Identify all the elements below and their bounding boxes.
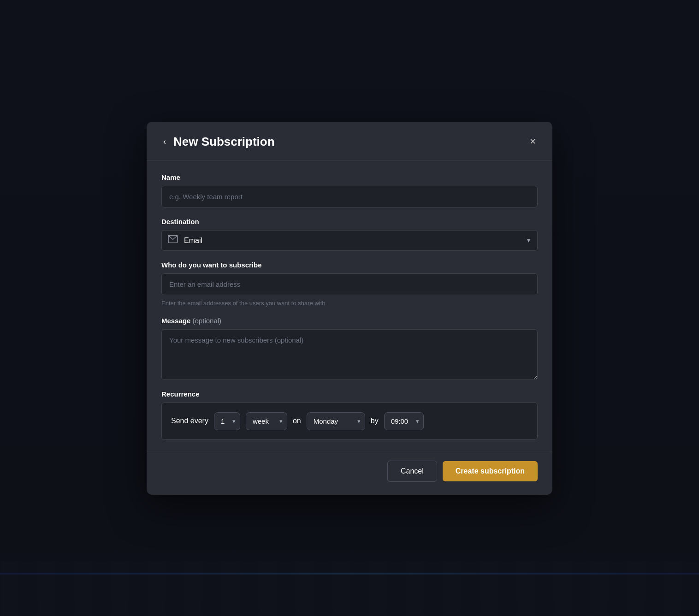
subscribe-label: Who do you want to subscribe [161,261,538,269]
name-label: Name [161,173,538,181]
modal-header: ‹ New Subscription × [147,122,552,160]
destination-select-wrapper: Email Slack Webhook ▾ [161,230,538,251]
by-label: by [371,417,379,425]
modal-footer: Cancel Create subscription [147,451,552,495]
time-select[interactable]: 06:00 07:00 08:00 09:00 10:00 11:00 12:0… [384,412,424,430]
recurrence-label: Recurrence [161,390,538,398]
message-field-group: Message (optional) [161,317,538,380]
destination-label: Destination [161,218,538,225]
time-select-group: 06:00 07:00 08:00 09:00 10:00 11:00 12:0… [384,412,424,430]
message-textarea[interactable] [161,329,538,380]
on-label: on [293,417,301,425]
subscribe-input[interactable] [161,273,538,295]
destination-select[interactable]: Email Slack Webhook [161,230,538,251]
message-optional-label: (optional) [193,317,222,325]
modal-title: New Subscription [173,135,528,149]
period-select[interactable]: day week month [246,412,287,430]
modal-body: Name Destination Email Slack [147,160,552,451]
cancel-button[interactable]: Cancel [387,461,437,482]
name-input[interactable] [161,186,538,207]
interval-select[interactable]: 1 2 3 4 [214,412,240,430]
recurrence-box: Send every 1 2 3 4 ▾ day week [161,403,538,440]
subscribe-field-group: Who do you want to subscribe Enter the e… [161,261,538,307]
destination-field-group: Destination Email Slack Webhook ▾ [161,218,538,251]
period-select-group: day week month ▾ [246,412,287,430]
create-subscription-button[interactable]: Create subscription [443,461,538,481]
subscribe-hint: Enter the email addresses of the users y… [161,300,538,307]
close-button[interactable]: × [528,135,538,148]
recurrence-field-group: Recurrence Send every 1 2 3 4 ▾ [161,390,538,440]
day-select-group: Monday Tuesday Wednesday Thursday Friday… [307,412,365,430]
message-label: Message (optional) [161,317,538,325]
new-subscription-modal: ‹ New Subscription × Name Destination [147,122,552,495]
send-every-label: Send every [171,417,208,425]
day-select[interactable]: Monday Tuesday Wednesday Thursday Friday… [307,412,365,430]
modal-overlay: ‹ New Subscription × Name Destination [0,0,699,616]
back-button[interactable]: ‹ [161,136,168,148]
interval-select-group: 1 2 3 4 ▾ [214,412,240,430]
name-field-group: Name [161,173,538,207]
